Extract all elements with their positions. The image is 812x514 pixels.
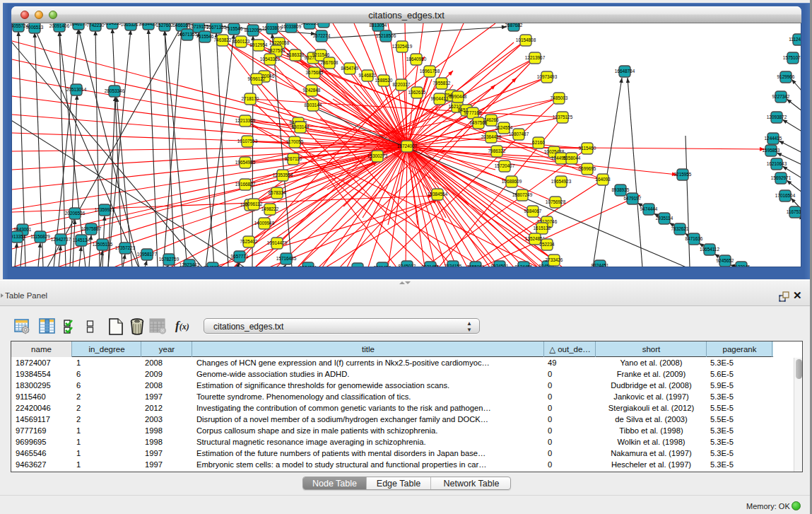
svg-text:12325419: 12325419	[392, 44, 413, 49]
svg-text:8990448: 8990448	[449, 94, 467, 99]
svg-text:7742230: 7742230	[87, 23, 105, 28]
svg-text:9031455: 9031455	[422, 264, 440, 267]
svg-text:7625402: 7625402	[240, 239, 258, 244]
svg-text:16210643: 16210643	[767, 161, 787, 166]
svg-text:9024511: 9024511	[300, 265, 317, 267]
svg-text:8834422: 8834422	[140, 23, 158, 26]
svg-text:9657771: 9657771	[231, 254, 249, 259]
svg-text:3572274: 3572274	[315, 23, 333, 24]
svg-text:18640910: 18640910	[406, 57, 427, 62]
svg-text:8912954: 8912954	[250, 42, 268, 47]
svg-text:1615132: 1615132	[534, 226, 551, 230]
svg-text:62160: 62160	[532, 140, 545, 145]
svg-text:3675685: 3675685	[306, 70, 324, 75]
svg-text:7485003: 7485003	[551, 95, 568, 100]
svg-text:16648784: 16648784	[615, 69, 635, 74]
svg-text:10914479: 10914479	[267, 240, 288, 245]
svg-text:11124503: 11124503	[789, 37, 801, 42]
svg-text:3215955: 3215955	[674, 172, 692, 177]
svg-text:9096122: 9096122	[248, 76, 266, 81]
svg-text:1595853: 1595853	[763, 148, 780, 153]
svg-text:28053346: 28053346	[105, 88, 125, 93]
svg-text:9133045: 9133045	[733, 264, 751, 267]
svg-text:1588520: 1588520	[375, 78, 393, 83]
svg-text:2867608: 2867608	[321, 60, 339, 65]
svg-text:12942737: 12942737	[51, 237, 71, 242]
svg-text:12923443: 12923443	[180, 262, 200, 267]
svg-text:9164335: 9164335	[104, 23, 122, 25]
svg-text:9904413: 9904413	[431, 96, 449, 101]
svg-text:7463822: 7463822	[214, 37, 232, 42]
svg-text:12353594: 12353594	[273, 173, 293, 177]
svg-text:10688609: 10688609	[502, 179, 522, 184]
svg-text:16961758: 16961758	[420, 69, 440, 74]
svg-text:20206536: 20206536	[65, 211, 86, 216]
svg-text:15300273: 15300273	[367, 153, 388, 158]
svg-text:252234: 252234	[539, 242, 555, 247]
svg-text:1170055: 1170055	[286, 139, 304, 144]
svg-text:9474444: 9474444	[640, 206, 658, 211]
svg-text:10653267: 10653267	[121, 23, 141, 27]
svg-text:10958177: 10958177	[137, 252, 158, 257]
svg-text:8303144: 8303144	[305, 103, 322, 107]
svg-text:9115460: 9115460	[579, 146, 596, 151]
svg-text:12213369: 12213369	[235, 118, 256, 123]
svg-text:9311450: 9311450	[374, 265, 392, 267]
svg-text:9211546: 9211546	[312, 52, 330, 57]
svg-text:0699695: 0699695	[579, 166, 596, 171]
svg-text:9129966: 9129966	[777, 74, 795, 79]
svg-text:19654923: 19654923	[551, 179, 572, 184]
svg-text:17357223: 17357223	[115, 245, 136, 250]
svg-text:12093872: 12093872	[767, 115, 787, 119]
svg-text:10756928: 10756928	[546, 199, 566, 204]
svg-text:1244415: 1244415	[765, 136, 782, 141]
svg-text:16033809: 16033809	[262, 25, 283, 30]
svg-text:8938935: 8938935	[612, 187, 630, 192]
svg-text:1646170: 1646170	[70, 23, 88, 26]
svg-text:9227342: 9227342	[772, 94, 790, 99]
svg-text:16671355: 16671355	[177, 32, 198, 37]
svg-text:8471636: 8471636	[686, 236, 703, 241]
svg-text:9777169: 9777169	[464, 110, 482, 115]
svg-text:17359928: 17359928	[95, 207, 115, 212]
svg-text:8186328: 8186328	[287, 52, 305, 57]
svg-text:3624554: 3624554	[495, 125, 513, 130]
svg-text:9146821: 9146821	[359, 73, 377, 78]
svg-text:1527602: 1527602	[156, 23, 174, 28]
svg-text:15751074: 15751074	[783, 55, 801, 60]
svg-text:1498222: 1498222	[261, 206, 279, 211]
svg-text:10975887: 10975887	[81, 226, 102, 231]
svg-text:2935114: 2935114	[656, 216, 673, 221]
svg-text:16782759: 16782759	[159, 257, 180, 262]
svg-text:19384554: 19384554	[428, 192, 448, 197]
svg-text:7024155: 7024155	[445, 264, 462, 267]
svg-text:20091406: 20091406	[49, 23, 70, 28]
svg-text:18724007: 18724007	[397, 144, 418, 148]
svg-text:9242848: 9242848	[303, 88, 321, 93]
svg-text:20513014: 20513014	[66, 87, 87, 92]
svg-text:8112099: 8112099	[245, 28, 262, 33]
svg-text:3572274: 3572274	[313, 33, 331, 38]
svg-text:12375125: 12375125	[553, 115, 573, 119]
svg-text:9245052: 9245052	[204, 265, 222, 267]
svg-text:2687682: 2687682	[505, 23, 523, 28]
svg-text:15716485: 15716485	[276, 256, 297, 261]
svg-text:8220317: 8220317	[393, 82, 411, 87]
svg-text:6479197: 6479197	[624, 196, 642, 201]
svg-text:15692971: 15692971	[771, 175, 792, 180]
svg-text:15218506: 15218506	[376, 33, 396, 38]
svg-text:10543362: 10543362	[260, 57, 281, 62]
svg-text:7515546: 7515546	[225, 26, 243, 31]
svg-text:9245652: 9245652	[717, 258, 734, 263]
svg-text:10807487: 10807487	[509, 132, 529, 136]
svg-text:15720407: 15720407	[495, 163, 515, 168]
svg-text:3913354: 3913354	[12, 234, 26, 239]
svg-text:8313054: 8313054	[370, 23, 387, 28]
svg-text:13226058: 13226058	[269, 40, 290, 45]
svg-text:19166827: 19166827	[235, 182, 256, 187]
svg-text:8454749: 8454749	[341, 66, 359, 71]
svg-text:164093: 164093	[595, 177, 611, 182]
svg-text:6497568: 6497568	[470, 120, 488, 125]
svg-text:2733426: 2733426	[546, 257, 563, 262]
svg-text:10973493: 10973493	[537, 74, 558, 79]
